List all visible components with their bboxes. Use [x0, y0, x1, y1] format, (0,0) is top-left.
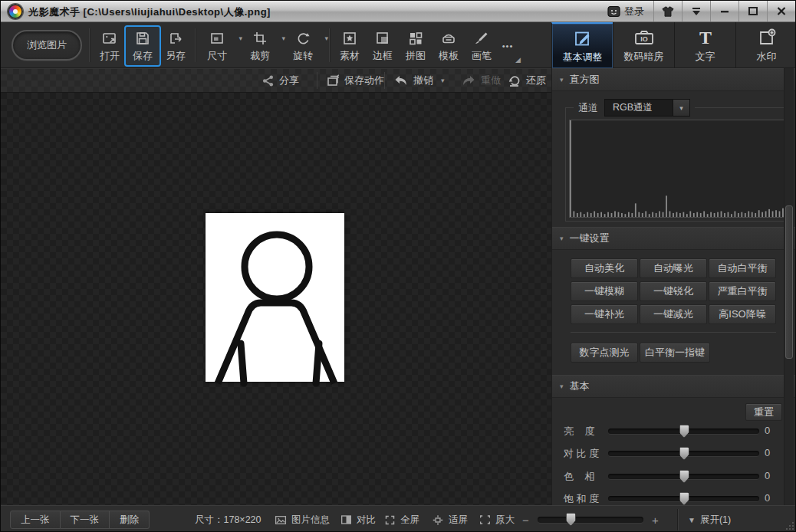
restore-button[interactable]: 还原 — [507, 68, 546, 93]
restore-icon — [507, 74, 521, 87]
tab-watermark[interactable]: 水印 — [735, 22, 796, 68]
crop-button[interactable]: 裁剪 ▾ — [243, 27, 277, 65]
save-as-button[interactable]: 另存 — [159, 27, 192, 65]
adjustment-panel: ▾ 直方图 通道 RGB通道 ▾ ▾ 一键设置 自动美化 自动曝光 自动白平衡 … — [551, 68, 796, 505]
rotate-button[interactable]: 旋转 ▾ — [286, 27, 320, 65]
contrast-value: 0 — [765, 447, 770, 458]
title-bar: 光影魔术手 [C:\Users\liujiahui\Desktop\人像.png… — [1, 1, 796, 22]
one-key-button[interactable]: 一键模糊 — [571, 281, 638, 301]
app-logo-icon — [8, 4, 23, 19]
template-button[interactable]: 模板 — [432, 27, 465, 65]
open-button[interactable]: 打开 — [93, 27, 127, 65]
tab-text[interactable]: T 文字 — [674, 22, 735, 68]
zoom-out-button[interactable]: − — [522, 506, 529, 532]
one-key-button[interactable]: 高ISO降噪 — [709, 304, 776, 324]
saturation-slider[interactable] — [608, 496, 759, 501]
one-key-section-header[interactable]: ▾ 一键设置 — [552, 227, 796, 250]
toolbar-separator — [195, 28, 196, 62]
rollup-button[interactable] — [682, 1, 710, 21]
skin-button[interactable] — [653, 1, 682, 21]
action-bar: 分享 保存动作 撤销 ▾ 重做 — [1, 68, 551, 93]
fit-screen-button[interactable]: 适屏 — [432, 506, 468, 532]
undo-button[interactable]: 撤销 ▾ — [393, 68, 445, 93]
one-key-button[interactable]: 一键锐化 — [640, 281, 707, 301]
one-key-button[interactable]: 自动白平衡 — [709, 258, 776, 278]
dropdown-caret-icon[interactable]: ▾ — [673, 100, 689, 116]
one-key-button[interactable]: 白平衡一指键 — [640, 343, 710, 363]
one-key-button[interactable]: 自动曝光 — [640, 258, 707, 278]
zoom-slider[interactable] — [538, 517, 643, 523]
slider-thumb[interactable] — [679, 447, 689, 460]
histogram-chart — [569, 120, 790, 218]
zoom-in-button[interactable]: + — [652, 506, 659, 532]
original-size-button[interactable]: 原大 — [479, 506, 515, 532]
chevron-down-icon[interactable]: ▾ — [238, 34, 242, 42]
image-canvas[interactable] — [1, 93, 551, 505]
chevron-down-icon[interactable]: ▾ — [441, 77, 445, 84]
maximize-button[interactable] — [738, 1, 767, 21]
watermark-icon — [757, 28, 777, 48]
collage-button[interactable]: 拼图 — [399, 27, 433, 65]
basic-section-header[interactable]: ▾ 基本 — [552, 375, 796, 398]
resize-button[interactable]: 尺寸 ▾ — [200, 27, 234, 65]
image-info-button[interactable]: 图片信息 — [275, 506, 330, 532]
more-tools-button[interactable]: ••• ◢ — [493, 27, 522, 65]
close-button[interactable] — [767, 1, 795, 21]
one-key-button[interactable]: 严重白平衡 — [709, 281, 776, 301]
share-icon — [261, 74, 275, 87]
portrait-image[interactable] — [206, 213, 344, 382]
minimize-button[interactable] — [710, 1, 738, 21]
one-key-button[interactable]: 一键减光 — [640, 304, 707, 324]
hue-slider[interactable] — [608, 474, 759, 479]
chevron-down-icon[interactable]: ▾ — [324, 34, 328, 42]
save-action-button[interactable]: 保存动作 — [326, 68, 384, 93]
channel-dropdown[interactable]: RGB通道 ▾ — [604, 99, 690, 117]
one-key-button[interactable]: 自动美化 — [571, 258, 638, 278]
reset-button[interactable]: 重置 — [745, 403, 782, 421]
one-key-button[interactable]: 一键补光 — [571, 304, 638, 324]
crop-icon — [252, 30, 268, 47]
channel-label: 通道 — [578, 101, 598, 115]
share-button[interactable]: 分享 — [261, 68, 299, 93]
chevron-down-icon[interactable]: ▾ — [281, 34, 285, 42]
browse-images-button[interactable]: 浏览图片 — [12, 30, 82, 61]
actionbar-separator — [384, 72, 385, 89]
histogram-plot — [570, 120, 789, 217]
histogram-section-header[interactable]: ▾ 直方图 — [552, 68, 796, 91]
redo-button[interactable]: 重做 — [461, 68, 501, 93]
undo-icon — [393, 74, 409, 87]
more-dots-icon: ••• — [502, 38, 514, 54]
next-image-button[interactable]: 下一张 — [61, 511, 110, 529]
fullscreen-button[interactable]: 全屏 — [384, 506, 419, 532]
toolbar-separator — [89, 28, 90, 62]
original-size-icon — [479, 514, 491, 525]
delete-image-button[interactable]: 删除 — [110, 511, 150, 529]
login-button[interactable]: 登录 — [598, 1, 653, 21]
redo-icon — [461, 74, 476, 87]
tab-digital-darkroom[interactable]: IO 数码暗房 — [613, 22, 674, 68]
save-as-icon — [168, 30, 183, 47]
save-icon — [135, 30, 150, 47]
scrollbar-thumb[interactable] — [785, 205, 793, 359]
brightness-value: 0 — [765, 425, 770, 436]
panel-scrollbar[interactable] — [784, 68, 794, 505]
slider-thumb[interactable] — [679, 470, 689, 483]
camera-icon: IO — [633, 28, 655, 48]
save-button[interactable]: 保存 — [126, 27, 160, 65]
tab-basic-adjust[interactable]: 基本调整 — [551, 22, 613, 68]
zoom-slider-thumb[interactable] — [566, 513, 576, 526]
slider-thumb[interactable] — [679, 425, 689, 438]
slider-thumb[interactable] — [679, 492, 689, 505]
frame-button[interactable]: 边框 — [366, 27, 400, 65]
fit-screen-icon — [432, 514, 444, 526]
prev-image-button[interactable]: 上一张 — [10, 511, 61, 529]
one-key-button[interactable]: 数字点测光 — [571, 343, 638, 363]
compare-button[interactable]: 对比 — [340, 506, 376, 532]
collapse-triangle-icon: ▾ — [560, 383, 564, 390]
material-button[interactable]: 素材 — [333, 27, 367, 65]
brightness-slider[interactable] — [608, 429, 759, 434]
contrast-slider[interactable] — [608, 451, 759, 456]
expand-panel-button[interactable]: ▼ 展开(1) — [688, 506, 731, 532]
triangle-down-icon: ▼ — [688, 516, 696, 524]
resize-grip[interactable] — [785, 521, 794, 530]
